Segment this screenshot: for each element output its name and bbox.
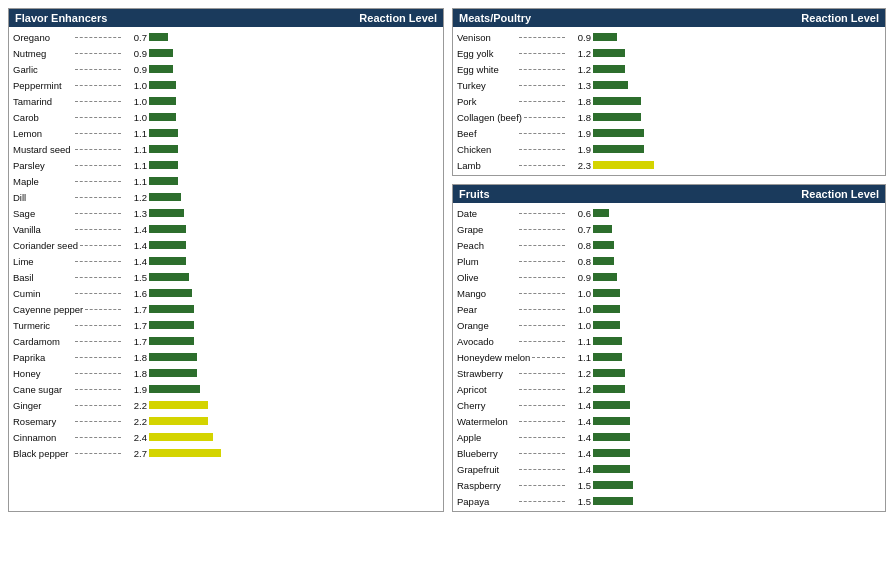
item-name-text: Watermelon xyxy=(457,416,517,427)
table-row: Collagen (beef)1.8 xyxy=(457,109,881,125)
item-value: 1.4 xyxy=(123,224,149,235)
item-name-text: Peach xyxy=(457,240,517,251)
reaction-bar xyxy=(149,321,194,329)
bar-container xyxy=(593,333,881,349)
bar-container xyxy=(149,365,439,381)
meats-poultry-title: Meats/Poultry xyxy=(459,12,531,24)
item-name-text: Lemon xyxy=(13,128,73,139)
bar-container xyxy=(149,141,439,157)
item-value: 1.7 xyxy=(123,320,149,331)
reaction-bar xyxy=(593,289,620,297)
table-row: Grape0.7 xyxy=(457,221,881,237)
reaction-bar xyxy=(149,433,213,441)
item-name-text: Vanilla xyxy=(13,224,73,235)
table-row: Chicken1.9 xyxy=(457,141,881,157)
fruits-body: Date0.6Grape0.7Peach0.8Plum0.8Olive0.9Ma… xyxy=(453,203,885,511)
item-dots xyxy=(524,117,565,118)
flavor-enhancers-body: Oregano0.7Nutmeg0.9Garlic0.9Peppermint1.… xyxy=(9,27,443,463)
bar-container xyxy=(593,61,881,77)
item-value: 0.9 xyxy=(567,272,593,283)
item-dots xyxy=(75,357,121,358)
item-name-text: Orange xyxy=(457,320,517,331)
table-row: Date0.6 xyxy=(457,205,881,221)
bar-container xyxy=(149,45,439,61)
item-dots xyxy=(75,37,121,38)
reaction-bar xyxy=(149,33,168,41)
table-row: Parsley1.1 xyxy=(13,157,439,173)
item-name-text: Cayenne pepper xyxy=(13,304,83,315)
item-value: 1.4 xyxy=(567,416,593,427)
fruits-reaction-label: Reaction Level xyxy=(801,188,879,200)
reaction-bar xyxy=(593,225,612,233)
reaction-bar xyxy=(593,321,620,329)
meats-poultry-panel: Meats/Poultry Reaction Level Venison0.9E… xyxy=(452,8,886,176)
item-dots xyxy=(519,149,565,150)
bar-container xyxy=(593,429,881,445)
item-name-text: Honey xyxy=(13,368,73,379)
bar-container xyxy=(593,237,881,253)
bar-container xyxy=(593,445,881,461)
reaction-bar xyxy=(593,433,630,441)
table-row: Carob1.0 xyxy=(13,109,439,125)
item-value: 1.1 xyxy=(123,160,149,171)
item-name-text: Oregano xyxy=(13,32,73,43)
table-row: Honey1.8 xyxy=(13,365,439,381)
item-value: 0.9 xyxy=(123,64,149,75)
bar-container xyxy=(593,285,881,301)
bar-container xyxy=(593,29,881,45)
item-value: 1.9 xyxy=(123,384,149,395)
reaction-bar xyxy=(593,385,625,393)
item-dots xyxy=(519,453,565,454)
reaction-bar xyxy=(593,417,630,425)
item-value: 1.5 xyxy=(567,480,593,491)
bar-container xyxy=(149,173,439,189)
table-row: Cardamom1.7 xyxy=(13,333,439,349)
item-dots xyxy=(519,133,565,134)
bar-container xyxy=(149,93,439,109)
item-dots xyxy=(75,437,121,438)
item-name-text: Raspberry xyxy=(457,480,517,491)
item-name-text: Mustard seed xyxy=(13,144,73,155)
item-name-text: Grapefruit xyxy=(457,464,517,475)
bar-container xyxy=(149,413,439,429)
bar-container xyxy=(593,381,881,397)
reaction-bar xyxy=(593,305,620,313)
reaction-bar xyxy=(593,401,630,409)
table-row: Orange1.0 xyxy=(457,317,881,333)
item-value: 0.8 xyxy=(567,240,593,251)
item-value: 1.1 xyxy=(123,128,149,139)
table-row: Basil1.5 xyxy=(13,269,439,285)
reaction-bar xyxy=(593,33,617,41)
table-row: Apple1.4 xyxy=(457,429,881,445)
bar-container xyxy=(593,109,881,125)
item-dots xyxy=(519,213,565,214)
table-row: Blueberry1.4 xyxy=(457,445,881,461)
item-value: 1.4 xyxy=(123,240,149,251)
item-dots xyxy=(85,309,121,310)
item-name-text: Turmeric xyxy=(13,320,73,331)
item-dots xyxy=(75,421,121,422)
item-name-text: Rosemary xyxy=(13,416,73,427)
item-value: 2.2 xyxy=(123,400,149,411)
table-row: Cayenne pepper1.7 xyxy=(13,301,439,317)
meats-poultry-reaction-label: Reaction Level xyxy=(801,12,879,24)
item-dots xyxy=(519,501,565,502)
item-value: 1.4 xyxy=(567,432,593,443)
item-name-text: Avocado xyxy=(457,336,517,347)
table-row: Paprika1.8 xyxy=(13,349,439,365)
bar-container xyxy=(593,157,881,173)
item-dots xyxy=(75,325,121,326)
item-value: 1.9 xyxy=(567,128,593,139)
item-value: 1.5 xyxy=(123,272,149,283)
reaction-bar xyxy=(593,353,622,361)
fruits-header: Fruits Reaction Level xyxy=(453,185,885,203)
bar-container xyxy=(593,413,881,429)
table-row: Tamarind1.0 xyxy=(13,93,439,109)
reaction-bar xyxy=(149,65,173,73)
item-value: 1.0 xyxy=(567,288,593,299)
table-row: Maple1.1 xyxy=(13,173,439,189)
bar-container xyxy=(593,269,881,285)
bar-container xyxy=(149,125,439,141)
item-value: 1.4 xyxy=(123,256,149,267)
bar-container xyxy=(593,253,881,269)
